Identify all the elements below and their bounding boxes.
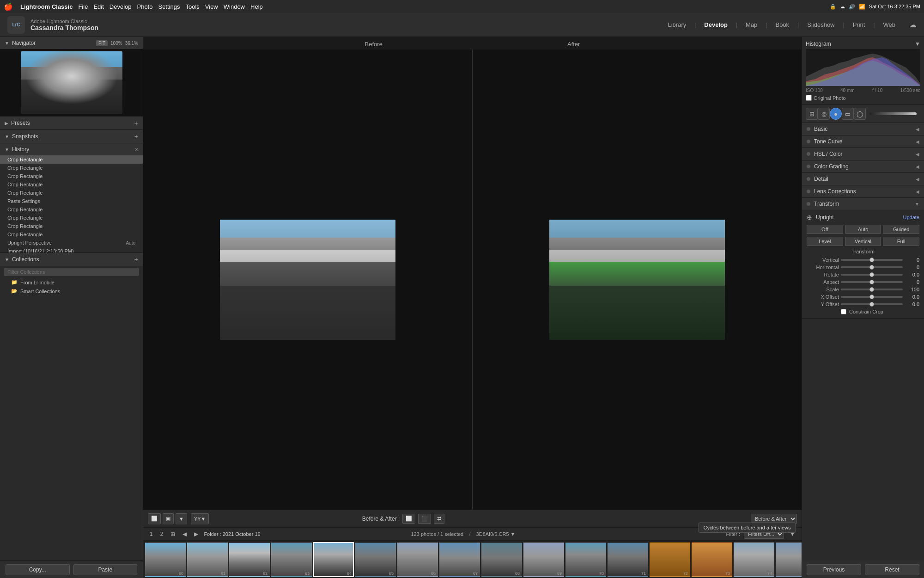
collections-add-button[interactable]: + (134, 256, 138, 263)
filmstrip-prev[interactable]: ◀ (181, 530, 188, 538)
pct2[interactable]: 36.1% (125, 41, 138, 46)
settings-menu[interactable]: Settings (158, 3, 180, 10)
color-grading-header[interactable]: Color Grading ◀ (802, 160, 924, 172)
red-eye-tool[interactable]: ● (830, 108, 842, 120)
yy-toggle[interactable]: YY▼ (191, 513, 209, 524)
app-menu[interactable]: Lightroom Classic (20, 3, 73, 10)
film-frame-60[interactable]: 60 (145, 542, 186, 577)
hsl-header[interactable]: HSL / Color ◀ (802, 148, 924, 160)
history-header[interactable]: ▼ History × (0, 143, 143, 155)
xoffset-track[interactable] (841, 296, 903, 298)
history-item-10[interactable]: Upright Perspective Auto (0, 239, 143, 247)
film-frame-69[interactable]: 69 (523, 542, 564, 577)
help-menu[interactable]: Help (250, 3, 263, 10)
filmstrip-page-1[interactable]: 1 (148, 530, 155, 538)
filmstrip-filter-expand[interactable]: ▼ (788, 530, 797, 538)
tools-menu[interactable]: Tools (185, 3, 199, 10)
nav-slideshow[interactable]: Slideshow (801, 19, 841, 30)
crop-dropdown[interactable]: ▼ (176, 513, 187, 524)
tone-slider[interactable] (869, 112, 917, 115)
film-frame-70[interactable]: 70 (565, 542, 606, 577)
previous-button[interactable]: Previous (807, 564, 861, 575)
develop-menu[interactable]: Develop (109, 3, 132, 10)
presets-header[interactable]: ▶ Presets + (0, 117, 143, 129)
history-item-5[interactable]: Paste Settings (0, 197, 143, 205)
film-frame-74[interactable]: 74 (734, 542, 774, 577)
film-frame-66[interactable]: 66 (397, 542, 438, 577)
ba-swap[interactable]: ⇄ (434, 514, 444, 524)
film-frame-75[interactable]: 75 (776, 542, 802, 577)
transform-expand[interactable]: ▼ (915, 202, 919, 207)
film-frame-73[interactable]: 73 (692, 542, 732, 577)
nav-book[interactable]: Book (769, 19, 796, 30)
navigator-header[interactable]: ▼ Navigator FIT 100% 36.1% (0, 37, 143, 49)
detail-expand[interactable]: ◀ (916, 177, 919, 182)
menu-icon-4[interactable]: 📶 (859, 4, 865, 10)
history-item-3[interactable]: Crop Rectangle (0, 180, 143, 189)
crop-tool-btn[interactable]: ⬜ (148, 513, 161, 524)
menu-icon-2[interactable]: ☁ (840, 4, 845, 10)
film-frame-72[interactable]: 72 (650, 542, 690, 577)
photo-menu[interactable]: Photo (137, 3, 152, 10)
copy-button[interactable]: Copy... (6, 564, 70, 575)
color-grading-expand[interactable]: ◀ (916, 164, 919, 169)
ba-split-vertical[interactable]: ⬜ (402, 514, 415, 524)
crop-aspect-btn[interactable]: ▣ (163, 513, 174, 524)
upright-level-btn[interactable]: Level (807, 237, 843, 246)
upright-auto-btn[interactable]: Auto (845, 225, 881, 234)
film-frame-62[interactable]: 62 (229, 542, 270, 577)
filmstrip-next[interactable]: ▶ (192, 530, 200, 538)
upright-off-btn[interactable]: Off (807, 225, 843, 234)
filmstrip-grid-view[interactable]: ⊞ (169, 530, 177, 538)
hsl-expand[interactable]: ◀ (916, 152, 919, 157)
history-item-1[interactable]: Crop Rectangle (0, 164, 143, 172)
filmstrip-page-2[interactable]: 2 (158, 530, 165, 538)
ba-split-horizontal[interactable]: ⬛ (418, 514, 431, 524)
history-item-0[interactable]: Crop Rectangle (0, 155, 143, 164)
aspect-track[interactable] (841, 281, 903, 283)
view-menu[interactable]: View (205, 3, 218, 10)
lens-corrections-header[interactable]: Lens Corrections ◀ (802, 185, 924, 197)
collections-header[interactable]: ▼ Collections + (0, 253, 143, 266)
snapshots-header[interactable]: ▼ Snapshots + (0, 130, 143, 143)
constrain-checkbox[interactable] (841, 309, 846, 314)
vertical-track[interactable] (841, 259, 903, 261)
transform-header[interactable]: Transform ▼ (802, 198, 924, 210)
scale-track[interactable] (841, 289, 903, 290)
history-item-11[interactable]: Import (10/16/21 2:13:58 PM) (0, 247, 143, 252)
horizontal-track[interactable] (841, 266, 903, 268)
file-menu[interactable]: File (78, 3, 88, 10)
upright-full-btn[interactable]: Full (883, 237, 919, 246)
reset-button[interactable]: Reset (865, 564, 919, 575)
film-frame-71[interactable]: 71 (608, 542, 648, 577)
filmstrip-filter-select[interactable]: Filters Off... (744, 529, 784, 539)
upright-update-button[interactable]: Update (903, 215, 919, 220)
lens-corrections-expand[interactable]: ◀ (916, 189, 919, 194)
history-close-button[interactable]: × (135, 146, 138, 153)
film-frame-68[interactable]: 68 (481, 542, 522, 577)
yoffset-track[interactable] (841, 303, 903, 305)
rotate-track[interactable] (841, 274, 903, 276)
film-frame-61[interactable]: 61 (187, 542, 228, 577)
tone-curve-expand[interactable]: ◀ (916, 139, 919, 144)
menu-icon-3[interactable]: 🔊 (849, 4, 855, 10)
detail-header[interactable]: Detail ◀ (802, 173, 924, 185)
crop-overlay-tool[interactable]: ⊞ (806, 108, 818, 120)
collections-filter-input[interactable] (4, 268, 139, 276)
nav-map[interactable]: Map (739, 19, 764, 30)
menu-icon-1[interactable]: 🔒 (830, 4, 836, 10)
toolbar-select[interactable]: Before & After (751, 514, 797, 524)
original-photo-checkbox[interactable] (806, 95, 812, 101)
film-frame-65[interactable]: 65 (355, 542, 396, 577)
film-frame-67[interactable]: 67 (439, 542, 480, 577)
history-item-4[interactable]: Crop Rectangle (0, 189, 143, 197)
spot-removal-tool[interactable]: ◎ (818, 108, 830, 120)
nav-web[interactable]: Web (877, 19, 902, 30)
presets-add-button[interactable]: + (134, 119, 138, 127)
film-frame-64[interactable]: 64 (313, 542, 354, 577)
graduated-filter-tool[interactable]: ▭ (842, 108, 854, 120)
nav-library[interactable]: Library (661, 19, 693, 30)
snapshots-add-button[interactable]: + (134, 133, 138, 140)
fit-button[interactable]: FIT (96, 40, 108, 46)
histogram-expand[interactable]: ▼ (915, 41, 920, 47)
